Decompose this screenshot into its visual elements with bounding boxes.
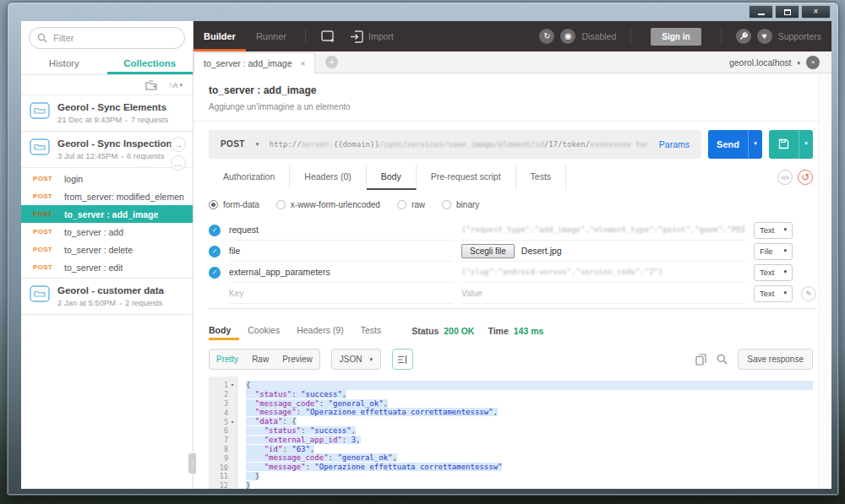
- request-item-delete[interactable]: POST to_server : delete: [21, 241, 193, 258]
- type-dropdown[interactable]: File: [754, 243, 793, 260]
- share-collection-button[interactable]: →: [171, 137, 186, 152]
- sidebar-tabs: History Collections: [21, 54, 193, 75]
- send-options-chevron[interactable]: [748, 130, 762, 159]
- runner-tab[interactable]: Runner: [246, 21, 297, 51]
- tab-history[interactable]: History: [21, 54, 107, 74]
- key-field[interactable]: file: [229, 241, 453, 262]
- mode-form-data[interactable]: form-data: [209, 200, 259, 209]
- tab-collections[interactable]: Collections: [107, 54, 194, 74]
- collection-menu-button[interactable]: …: [171, 155, 186, 171]
- import-button[interactable]: Import: [343, 30, 401, 43]
- save-options-chevron[interactable]: [799, 130, 813, 159]
- collection-customer-data[interactable]: Georol - customer data 2 Jan at 5:50PM2 …: [21, 279, 193, 315]
- wrap-lines-button[interactable]: [392, 349, 413, 370]
- settings-button[interactable]: [736, 29, 751, 44]
- response-tab-tests[interactable]: Tests: [352, 322, 390, 340]
- save-response-button[interactable]: Save response: [738, 349, 813, 370]
- search-response-icon[interactable]: [717, 354, 728, 365]
- new-tab-button[interactable]: +: [325, 56, 338, 68]
- app-content: History Collections ↑A Georol - Sync Ele…: [21, 21, 831, 489]
- sync-button[interactable]: ↻: [539, 29, 554, 44]
- interceptor-button[interactable]: ◉: [560, 29, 575, 44]
- response-tab-cookies[interactable]: Cookies: [239, 322, 288, 340]
- response-tab-body[interactable]: Body: [209, 322, 239, 340]
- type-dropdown[interactable]: Text: [754, 285, 793, 302]
- environment-selector[interactable]: georol.localhost: [729, 57, 792, 68]
- view-mode-group: Pretty Raw Preview: [209, 349, 320, 370]
- collection-request-count: 2 requests: [119, 298, 162, 307]
- format-dropdown[interactable]: JSON: [331, 349, 381, 370]
- sign-in-button[interactable]: Sign in: [651, 28, 701, 46]
- mode-raw[interactable]: raw: [397, 200, 425, 209]
- bulk-edit-button[interactable]: ✎: [801, 286, 816, 301]
- avatar[interactable]: ×: [806, 56, 820, 69]
- arrow-right-icon: →: [174, 140, 183, 149]
- new-window-button[interactable]: [314, 30, 343, 43]
- supporters-button[interactable]: ♥: [757, 29, 772, 44]
- view-pretty-button[interactable]: Pretty: [210, 350, 245, 369]
- url-input[interactable]: http://server.{{domain}}/sync/services/s…: [270, 140, 647, 149]
- scrollbar-track[interactable]: [819, 74, 831, 489]
- response-tab-headers[interactable]: Headers (9): [288, 322, 352, 340]
- open-request-tab[interactable]: to_server : add_image ×: [194, 52, 315, 73]
- choose-file-button[interactable]: Scegli file: [461, 244, 515, 258]
- send-button[interactable]: Send: [708, 130, 762, 159]
- request-tabstrip: to_server : add_image × + georol.localho…: [194, 51, 831, 73]
- close-button[interactable]: ×: [801, 5, 831, 19]
- key-field[interactable]: Key: [229, 283, 453, 304]
- copy-icon[interactable]: [695, 354, 706, 366]
- tab-headers[interactable]: Headers (0): [290, 165, 366, 190]
- mode-binary[interactable]: binary: [442, 200, 479, 209]
- params-button[interactable]: Params: [647, 139, 701, 149]
- checkbox-checked-icon[interactable]: ✓: [209, 225, 221, 236]
- collection-name: Georol - customer data: [57, 285, 164, 295]
- type-dropdown[interactable]: Text: [754, 264, 793, 281]
- generate-code-button[interactable]: </>: [777, 170, 793, 185]
- method-dropdown[interactable]: POST: [209, 139, 270, 149]
- import-icon: [350, 30, 363, 43]
- url-row: POST http://server.{{domain}}/sync/servi…: [209, 129, 813, 159]
- method-badge: POST: [33, 192, 57, 200]
- checkbox-empty[interactable]: [209, 288, 221, 300]
- response-body-editor[interactable]: 1▾2345▾6789101112 { "status": "success",…: [209, 377, 813, 489]
- collection-sync-elements[interactable]: Georol - Sync Elements 21 Dec at 9:43PM7…: [21, 95, 193, 132]
- sidebar-collapse-handle[interactable]: ‹: [188, 453, 196, 474]
- request-item-edit[interactable]: POST to_server : edit: [21, 258, 193, 276]
- tab-tests[interactable]: Tests: [516, 165, 567, 190]
- value-field[interactable]: {"slug":"android-versus","version_code":…: [461, 262, 745, 283]
- value-field[interactable]: {"request_type":"add_image","element_typ…: [461, 219, 745, 241]
- view-preview-button[interactable]: Preview: [275, 350, 319, 369]
- close-tab-icon[interactable]: ×: [300, 59, 305, 68]
- checkbox-checked-icon[interactable]: ✓: [209, 246, 221, 257]
- request-item-add[interactable]: POST to_server : add: [21, 223, 193, 241]
- request-item-login[interactable]: POST login: [21, 170, 193, 187]
- sort-button[interactable]: ↑A: [168, 80, 183, 89]
- new-folder-icon[interactable]: [145, 80, 158, 90]
- chevron-down-icon: [783, 290, 787, 296]
- tab-pre-request-script[interactable]: Pre-request script: [417, 165, 516, 190]
- request-item-modified-elements[interactable]: POST from_server: modified_elements: [21, 187, 193, 205]
- collection-sync-inspections[interactable]: Georol - Sync Inspections 3 Jul at 12:45…: [21, 132, 193, 168]
- response-toolbar: Pretty Raw Preview JSON: [209, 349, 813, 370]
- type-dropdown[interactable]: Text: [754, 222, 793, 239]
- builder-tab[interactable]: Builder: [194, 21, 246, 51]
- mode-urlencoded[interactable]: x-www-form-urlencoded: [276, 200, 380, 209]
- minimize-button[interactable]: [749, 5, 773, 19]
- key-field[interactable]: request: [229, 219, 453, 241]
- filter-input[interactable]: [53, 33, 177, 43]
- method-badge: POST: [33, 246, 57, 253]
- tab-body[interactable]: Body: [367, 165, 417, 190]
- maximize-button[interactable]: [775, 5, 799, 19]
- key-field[interactable]: external_app_parameters: [229, 262, 453, 283]
- collection-name: Georol - Sync Inspections: [57, 138, 177, 149]
- value-field[interactable]: Value: [461, 283, 745, 304]
- chevron-down-icon: [783, 248, 787, 254]
- reset-button[interactable]: ↺: [798, 170, 813, 185]
- collection-folder-icon: [30, 285, 50, 302]
- view-raw-button[interactable]: Raw: [245, 350, 275, 369]
- save-request-button[interactable]: [769, 130, 813, 159]
- tab-authorization[interactable]: Authorization: [209, 165, 290, 190]
- checkbox-checked-icon[interactable]: ✓: [209, 267, 221, 279]
- request-item-add-image[interactable]: POST to_server : add_image: [21, 205, 193, 223]
- pencil-icon: ✎: [805, 290, 812, 298]
